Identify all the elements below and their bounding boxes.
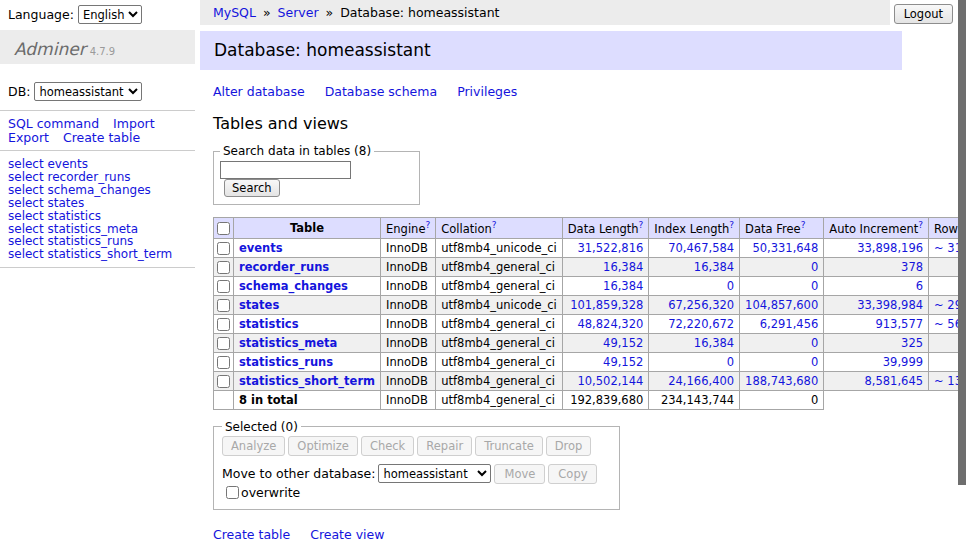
row-checkbox[interactable] <box>217 261 230 274</box>
data-length-link[interactable]: 101,859,328 <box>570 298 643 312</box>
index-length-link[interactable]: 72,220,672 <box>668 317 734 331</box>
row-checkbox[interactable] <box>217 318 230 331</box>
index-length-link[interactable]: 0 <box>727 279 734 293</box>
check-button[interactable]: Check <box>361 436 414 456</box>
database-schema-link[interactable]: Database schema <box>325 84 437 99</box>
alter-database-link[interactable]: Alter database <box>213 84 305 99</box>
row-checkbox[interactable] <box>217 280 230 293</box>
table-name-link[interactable]: statistics_meta <box>47 222 138 236</box>
table-structure-link[interactable]: events <box>239 241 283 255</box>
optimize-button[interactable]: Optimize <box>288 436 358 456</box>
privileges-link[interactable]: Privileges <box>457 84 517 99</box>
auto-increment-link[interactable]: 39,999 <box>883 355 923 369</box>
sql-command-link[interactable]: SQL command <box>8 117 99 131</box>
language-select[interactable]: English <box>78 5 142 24</box>
import-link[interactable]: Import <box>113 117 155 131</box>
select-table-link[interactable]: select <box>8 234 44 248</box>
index-length-link[interactable]: 16,384 <box>694 336 734 350</box>
create-table-link-sidebar[interactable]: Create table <box>63 131 140 145</box>
select-table-link[interactable]: select <box>8 222 44 236</box>
select-table-link[interactable]: select <box>8 247 44 261</box>
auto-increment-link[interactable]: 6 <box>916 279 923 293</box>
table-structure-link[interactable]: states <box>239 298 279 312</box>
auto-increment-link[interactable]: 325 <box>901 336 923 350</box>
data-length-link[interactable]: 16,384 <box>603 279 643 293</box>
truncate-button[interactable]: Truncate <box>475 436 543 456</box>
table-name-link[interactable]: states <box>47 196 84 210</box>
table-name-link[interactable]: statistics <box>47 209 101 223</box>
scrollbar[interactable] <box>958 0 966 543</box>
index-length-link[interactable]: 16,384 <box>694 260 734 274</box>
index-length-link[interactable]: 24,166,400 <box>668 374 734 388</box>
row-checkbox[interactable] <box>217 337 230 350</box>
table-name-link[interactable]: events <box>47 157 87 171</box>
data-free-link[interactable]: 104,857,600 <box>745 298 818 312</box>
create-view-link[interactable]: Create view <box>310 527 384 542</box>
data-length-link[interactable]: 48,824,320 <box>577 317 643 331</box>
select-table-link[interactable]: select <box>8 209 44 223</box>
help-link[interactable]: ? <box>918 220 923 230</box>
row-checkbox[interactable] <box>217 356 230 369</box>
data-free-link[interactable]: 0 <box>811 336 818 350</box>
data-length-link[interactable]: 49,152 <box>603 336 643 350</box>
analyze-button[interactable]: Analyze <box>222 436 285 456</box>
auto-increment-link[interactable]: 8,581,645 <box>865 374 924 388</box>
table-structure-link[interactable]: statistics_meta <box>239 336 337 350</box>
breadcrumb-mysql-link[interactable]: MySQL <box>213 5 256 20</box>
data-free-link[interactable]: 0 <box>811 279 818 293</box>
create-table-link[interactable]: Create table <box>213 527 290 542</box>
help-link[interactable]: ? <box>492 220 497 230</box>
auto-increment-link[interactable]: 33,898,196 <box>857 241 923 255</box>
auto-increment-link[interactable]: 378 <box>901 260 923 274</box>
export-link[interactable]: Export <box>8 131 49 145</box>
move-db-select[interactable]: homeassistant <box>378 464 491 483</box>
help-link[interactable]: ? <box>425 220 430 230</box>
adminer-logo[interactable]: Adminer <box>14 39 86 59</box>
select-table-link[interactable]: select <box>8 183 44 197</box>
table-structure-link[interactable]: statistics_runs <box>239 355 333 369</box>
auto-increment-link[interactable]: 33,398,984 <box>857 298 923 312</box>
table-name-link[interactable]: schema_changes <box>47 183 150 197</box>
data-length-link[interactable]: 49,152 <box>603 355 643 369</box>
select-table-link[interactable]: select <box>8 170 44 184</box>
repair-button[interactable]: Repair <box>417 436 472 456</box>
table-structure-link[interactable]: schema_changes <box>239 279 348 293</box>
select-all-checkbox[interactable] <box>217 222 230 235</box>
data-length-link[interactable]: 10,502,144 <box>577 374 643 388</box>
table-name-link[interactable]: statistics_runs <box>47 234 133 248</box>
auto-increment-link[interactable]: 913,577 <box>875 317 923 331</box>
row-checkbox[interactable] <box>217 375 230 388</box>
help-link[interactable]: ? <box>639 220 644 230</box>
move-button[interactable]: Move <box>494 464 545 484</box>
help-link[interactable]: ? <box>729 220 734 230</box>
breadcrumb-server-link[interactable]: Server <box>278 5 319 20</box>
table-name-link[interactable]: statistics_short_term <box>47 247 172 261</box>
select-table-link[interactable]: select <box>8 157 44 171</box>
index-length-link[interactable]: 67,256,320 <box>668 298 734 312</box>
data-free-link[interactable]: 50,331,648 <box>752 241 818 255</box>
table-structure-link[interactable]: recorder_runs <box>239 260 329 274</box>
data-free-link[interactable]: 188,743,680 <box>745 374 818 388</box>
copy-button[interactable]: Copy <box>548 464 597 484</box>
data-length-link[interactable]: 16,384 <box>603 260 643 274</box>
overwrite-label[interactable]: overwrite <box>241 485 300 500</box>
search-button[interactable]: Search <box>224 179 280 197</box>
row-checkbox[interactable] <box>217 299 230 312</box>
data-free-link[interactable]: 0 <box>811 260 818 274</box>
select-table-link[interactable]: select <box>8 196 44 210</box>
data-length-link[interactable]: 31,522,816 <box>577 241 643 255</box>
table-name-link[interactable]: recorder_runs <box>47 170 130 184</box>
table-structure-link[interactable]: statistics <box>239 317 299 331</box>
db-select[interactable]: homeassistant <box>34 82 142 101</box>
drop-button[interactable]: Drop <box>546 436 592 456</box>
help-link[interactable]: ? <box>801 220 806 230</box>
data-free-link[interactable]: 6,291,456 <box>760 317 819 331</box>
data-free-link[interactable]: 0 <box>811 355 818 369</box>
search-input[interactable] <box>220 161 351 179</box>
row-checkbox[interactable] <box>217 242 230 255</box>
index-length-link[interactable]: 0 <box>727 355 734 369</box>
adminer-version[interactable]: 4.7.9 <box>90 46 115 57</box>
table-structure-link[interactable]: statistics_short_term <box>239 374 375 388</box>
scrollbar-thumb[interactable] <box>958 0 966 485</box>
overwrite-checkbox[interactable] <box>226 486 239 499</box>
